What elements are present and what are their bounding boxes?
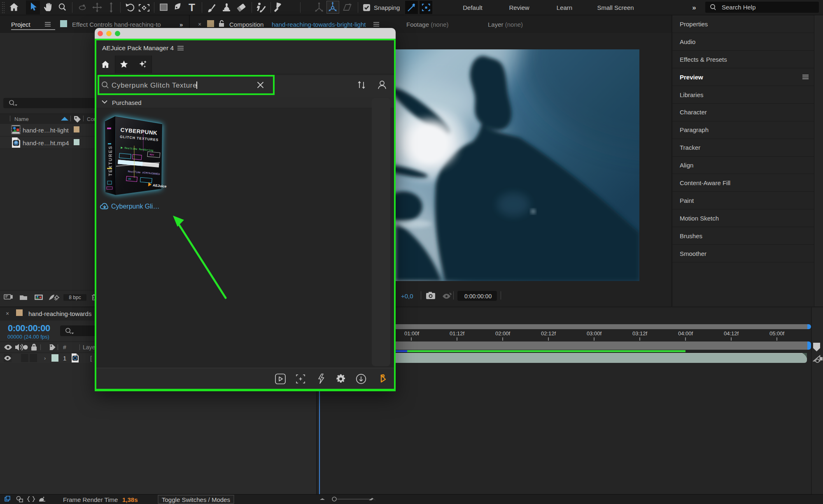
svg-text:T: T — [189, 1, 195, 14]
svg-text:Search Help: Search Help — [722, 4, 756, 11]
svg-text:MOV: MOV — [149, 153, 154, 156]
svg-text:TEXTURES: TEXTURES — [108, 145, 113, 176]
svg-text:Snapping: Snapping — [374, 4, 400, 11]
svg-text:Small Screen: Small Screen — [597, 4, 634, 11]
svg-text:Learn: Learn — [557, 4, 572, 11]
svg-text:4K: 4K — [128, 178, 131, 181]
svg-text:Review: Review — [509, 4, 529, 11]
svg-text:Laye: Laye — [83, 344, 96, 351]
svg-text:1,38s: 1,38s — [122, 496, 138, 503]
svg-text:Default: Default — [463, 4, 483, 11]
svg-text:Frame Render Time: Frame Render Time — [63, 496, 118, 503]
svg-text:Toggle Switches / Modes: Toggle Switches / Modes — [162, 496, 230, 503]
svg-text:#: # — [63, 344, 66, 351]
svg-text:»: » — [692, 4, 696, 12]
svg-text:8 bpc: 8 bpc — [69, 295, 81, 300]
